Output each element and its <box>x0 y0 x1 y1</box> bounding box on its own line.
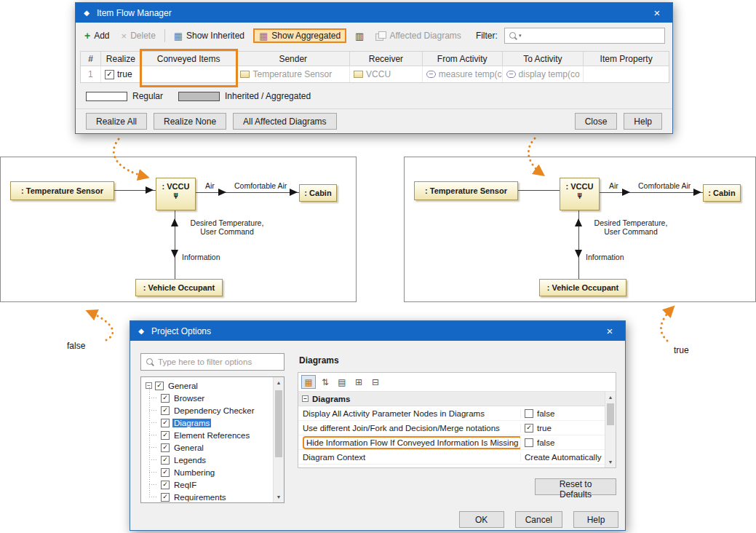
show-inherited-button[interactable]: ▦ Show Inherited <box>171 28 247 43</box>
tree-item-general-root[interactable]: − ✓ General <box>141 379 284 392</box>
properties-group-row[interactable]: − Diagrams <box>298 392 605 406</box>
part-cabin[interactable]: : Cabin <box>299 184 337 202</box>
grid-scrollbar[interactable]: ▲ ▼ <box>605 392 616 467</box>
item-flow-label-desired-temperature[interactable]: Desired Temperature, User Command <box>584 218 677 236</box>
titlebar-close-button[interactable]: × <box>594 321 625 341</box>
scrollbar-thumb[interactable] <box>607 403 614 425</box>
affected-diagrams-button[interactable]: Affected Diagrams <box>373 28 464 43</box>
select-columns-button[interactable]: ▥ <box>352 29 367 43</box>
scroll-down-icon[interactable]: ▼ <box>274 491 284 502</box>
reset-to-defaults-button[interactable]: Reset to Defaults <box>535 478 616 495</box>
tree-checkbox[interactable]: ✓ <box>161 431 170 440</box>
true-annotation-label: true <box>674 345 689 355</box>
filter-field[interactable]: ▾ <box>504 28 665 44</box>
po-titlebar[interactable]: ◆ Project Options × <box>130 321 625 341</box>
item-flow-label-information[interactable]: Information <box>586 253 624 261</box>
categorized-view-button[interactable]: ▦ <box>301 375 316 389</box>
item-flow-label-information[interactable]: Information <box>182 253 220 261</box>
property-row[interactable]: Display All Activity Parameter Nodes in … <box>298 406 605 421</box>
close-button[interactable]: Close <box>575 113 618 130</box>
tree-scrollbar[interactable]: ▲ ▼ <box>273 377 284 502</box>
collapse-icon[interactable]: − <box>302 395 309 402</box>
tree-checkbox[interactable]: ✓ <box>161 481 170 489</box>
filter-text-input[interactable] <box>525 29 661 42</box>
column-header-conveyed-items[interactable]: Conveyed Items <box>141 52 237 66</box>
help-button[interactable]: Help <box>624 113 662 130</box>
tree-item-browser[interactable]: ✓ Browser <box>141 392 284 404</box>
part-temperature-sensor[interactable]: : Temperature Sensor <box>10 181 114 200</box>
property-checkbox[interactable]: ✓ <box>525 409 533 418</box>
part-vehicle-occupant[interactable]: : Vehicle Occupant <box>539 279 626 296</box>
connector-sensor-vccu[interactable] <box>518 190 560 191</box>
tree-checkbox[interactable]: ✓ <box>161 443 170 452</box>
options-filter-field[interactable] <box>140 353 285 371</box>
tree-item-general[interactable]: ✓ General <box>141 441 284 454</box>
scroll-up-icon[interactable]: ▲ <box>274 377 284 388</box>
item-flow-label-comfortable-air[interactable]: Comfortable Air <box>638 181 691 190</box>
item-flow-label-desired-temperature[interactable]: Desired Temperature, User Command <box>180 218 274 236</box>
tree-checkbox[interactable]: ✓ <box>161 419 170 427</box>
column-header-sender[interactable]: Sender <box>236 52 350 66</box>
item-flow-label-air[interactable]: Air <box>609 181 618 190</box>
tree-checkbox[interactable]: ✓ <box>161 493 170 502</box>
tree-checkbox[interactable]: ✓ <box>155 382 164 390</box>
cell-conveyed-items[interactable] <box>141 66 237 82</box>
item-flow-label-comfortable-air[interactable]: Comfortable Air <box>234 181 287 190</box>
property-checkbox[interactable]: ✓ <box>525 438 533 447</box>
expand-all-button[interactable]: ⊞ <box>351 375 366 389</box>
ifm-button-row: Realize All Realize None All Affected Di… <box>86 113 662 130</box>
realize-checkbox[interactable]: ✓ <box>105 70 114 79</box>
collapse-all-button[interactable]: ⊟ <box>368 375 383 389</box>
column-header-number[interactable]: # <box>81 52 101 66</box>
scroll-down-icon[interactable]: ▼ <box>605 457 616 467</box>
help-button[interactable]: Help <box>573 511 618 528</box>
tree-item-requirements[interactable]: ✓ Requirements <box>141 491 284 503</box>
show-aggregated-button[interactable]: ▦ Show Aggregated <box>253 28 346 43</box>
delete-button[interactable]: × Delete <box>119 28 159 43</box>
add-button[interactable]: + Add <box>81 28 113 43</box>
tree-item-dependency-checker[interactable]: ✓ Dependency Checker <box>141 404 284 416</box>
tree-checkbox[interactable]: ✓ <box>161 394 170 403</box>
scroll-up-icon[interactable]: ▲ <box>605 392 616 403</box>
tree-checkbox[interactable]: ✓ <box>161 468 170 477</box>
column-header-realize[interactable]: Realize <box>101 52 141 66</box>
part-vccu[interactable]: : VCCU ⋔ <box>560 178 600 210</box>
column-header-to-activity[interactable]: To Activity <box>503 52 584 66</box>
tree-item-diagrams[interactable]: ✓ Diagrams <box>141 416 284 429</box>
ifm-titlebar[interactable]: ◆ Item Flow Manager × <box>76 3 672 23</box>
cancel-button[interactable]: Cancel <box>515 511 562 528</box>
column-header-receiver[interactable]: Receiver <box>350 52 423 66</box>
property-row[interactable]: Use different Join/Fork and Decision/Mer… <box>298 421 605 435</box>
part-temperature-sensor[interactable]: : Temperature Sensor <box>414 181 518 200</box>
item-flow-label-air[interactable]: Air <box>205 181 215 190</box>
tree-checkbox[interactable]: ✓ <box>161 406 170 415</box>
connector-vccu-cabin[interactable] <box>196 192 299 193</box>
search-options-caret-icon[interactable]: ▾ <box>519 33 522 39</box>
table-row[interactable]: 1 ✓ true Temperature Sensor VCCU measure… <box>81 66 669 82</box>
sort-alphabetically-button[interactable]: ⇅ <box>318 375 333 389</box>
table-header-row: # Realize Conveyed Items Sender Receiver… <box>81 52 669 66</box>
realize-all-button[interactable]: Realize All <box>86 113 147 130</box>
tree-item-numbering[interactable]: ✓ Numbering <box>141 466 284 478</box>
column-header-from-activity[interactable]: From Activity <box>423 52 503 66</box>
realize-none-button[interactable]: Realize None <box>154 113 226 130</box>
titlebar-close-button[interactable]: × <box>642 3 672 23</box>
column-header-item-property[interactable]: Item Property <box>584 52 669 66</box>
options-filter-input[interactable] <box>158 358 279 366</box>
part-cabin[interactable]: : Cabin <box>703 184 741 202</box>
tree-checkbox[interactable]: ✓ <box>161 456 170 465</box>
part-vehicle-occupant[interactable]: : Vehicle Occupant <box>135 279 223 296</box>
property-checkbox[interactable]: ✓ <box>525 424 533 433</box>
connector-vccu-cabin[interactable] <box>600 192 703 193</box>
tree-item-legends[interactable]: ✓ Legends <box>141 454 284 466</box>
property-row[interactable]: Diagram Context Create Automatically <box>298 450 605 465</box>
show-description-button[interactable]: ▤ <box>335 375 349 389</box>
all-affected-diagrams-button[interactable]: All Affected Diagrams <box>233 113 337 130</box>
part-vccu[interactable]: : VCCU ⋔ <box>156 178 196 210</box>
property-row-hide-information-flow[interactable]: Hide Information Flow If Conveyed Inform… <box>298 435 605 450</box>
magicdraw-logo-icon: ◆ <box>81 7 92 19</box>
ok-button[interactable]: OK <box>459 511 504 528</box>
tree-item-element-references[interactable]: ✓ Element References <box>141 429 284 441</box>
tree-item-reqif[interactable]: ✓ ReqIF <box>141 478 284 491</box>
scrollbar-thumb[interactable] <box>275 390 282 457</box>
